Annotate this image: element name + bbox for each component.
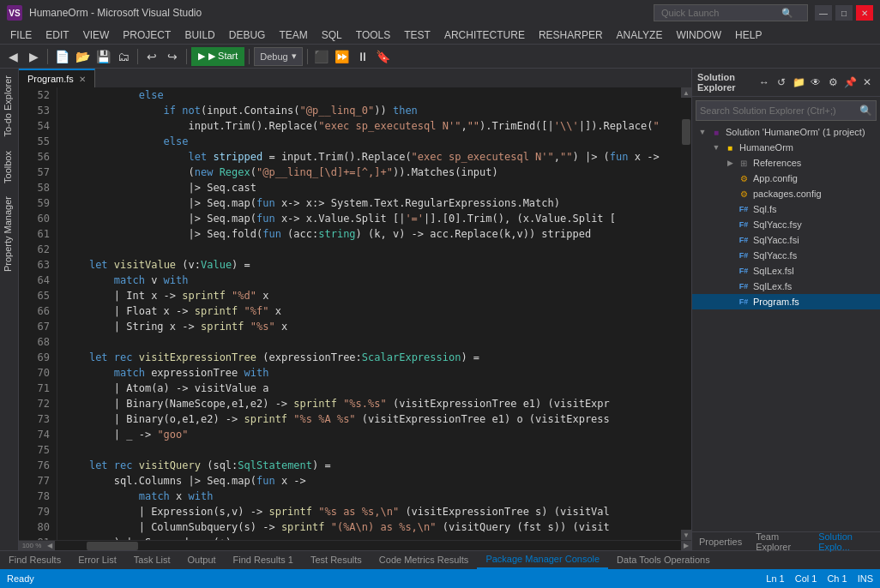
menu-debug[interactable]: DEBUG [222,26,273,45]
sol-refresh-button[interactable]: ↺ [774,75,789,90]
new-file-button[interactable]: 📄 [52,47,71,66]
tab-test-results[interactable]: Test Results [302,550,371,569]
tab-find-results[interactable]: Find Results [0,550,69,569]
h-scroll-thumb[interactable] [87,542,138,550]
status-ready: Ready [7,573,34,584]
code-line-54: input.Trim().Replace("exec sp_executesql… [64,118,674,134]
menu-file[interactable]: FILE [3,26,39,45]
tree-solution[interactable]: ▼ ■ Solution 'HumaneOrm' (1 project) [692,124,880,140]
minimize-button[interactable]: — [815,5,832,21]
tree-sql-fs[interactable]: F# Sql.fs [692,201,880,217]
h-scroll-track[interactable] [55,541,681,551]
vertical-scrollbar[interactable]: ▲ ▼ [681,87,691,540]
tree-sqlyacc-fsi[interactable]: F# SqlYacc.fsi [692,232,880,248]
window-controls: — □ ✕ [815,5,873,21]
project-icon: ■ [723,141,737,154]
save-button[interactable]: 💾 [93,47,112,66]
menu-view[interactable]: VIEW [76,26,117,45]
tab-output[interactable]: Output [179,550,225,569]
tab-properties[interactable]: Properties [692,535,749,549]
tab-package-manager[interactable]: Package Manager Console [477,550,608,569]
app-config-icon: ⚙ [737,171,750,185]
solution-search-input[interactable] [700,105,859,116]
tab-close-icon[interactable]: ✕ [79,75,86,84]
maximize-button[interactable]: □ [835,5,853,21]
sol-sync-button[interactable]: ↔ [756,75,772,90]
menu-team[interactable]: TEAM [272,26,314,45]
scroll-left-arrow[interactable]: ◀ [45,541,55,551]
tab-task-list[interactable]: Task List [125,550,179,569]
open-file-button[interactable]: 📂 [73,47,92,66]
menu-tools[interactable]: TOOLS [349,26,397,45]
zoom-control[interactable]: 100 % [19,541,45,551]
tree-sqllex-fsl[interactable]: F# SqlLex.fsl [692,263,880,279]
scroll-thumb[interactable] [682,119,690,145]
menu-analyze[interactable]: ANALYZE [610,26,670,45]
menu-resharper[interactable]: RESHARPER [532,26,610,45]
solution-search[interactable]: 🔍 [696,100,877,121]
tree-packages-label: packages.config [753,189,822,199]
tab-solution-explorer[interactable]: Solution Explo... [811,530,880,554]
tree-app-config[interactable]: ⚙ App.config [692,171,880,186]
tree-references-label: References [753,158,801,168]
scroll-down-arrow[interactable]: ▼ [681,530,691,540]
back-button[interactable]: ◀ [3,47,22,66]
menu-test[interactable]: TEST [397,26,437,45]
tab-error-list[interactable]: Error List [69,550,125,569]
tab-data-tools[interactable]: Data Tools Operations [608,550,719,569]
tree-packages-config[interactable]: ⚙ packages.config [692,186,880,201]
undo-button[interactable]: ↩ [142,47,161,66]
menu-architecture[interactable]: ARCHITECTURE [437,26,532,45]
code-line-56: let stripped = input.Trim().Replace("exe… [64,149,674,165]
code-line-68 [64,334,674,350]
menu-help[interactable]: HELP [728,26,768,45]
tree-program-fs[interactable]: F# Program.fs [692,294,880,309]
forward-button[interactable]: ▶ [24,47,43,66]
sidebar-tab-toolbox[interactable]: Toolbox [0,144,18,190]
sol-new-folder-button[interactable]: 📁 [791,75,806,90]
toolbar-btn-1[interactable]: ⬛ [312,47,331,66]
code-editor[interactable]: else if not(input.Contains("@p__linq_0")… [57,87,681,540]
sol-pin-button[interactable]: 📌 [842,75,858,90]
toolbar-btn-4[interactable]: 🔖 [374,47,393,66]
toolbar-btn-2[interactable]: ⏩ [333,47,352,66]
tree-references[interactable]: ▶ ⊞ References [692,155,880,171]
sidebar-tab-property-manager[interactable]: Property Manager [0,189,18,279]
sol-close-button[interactable]: ✕ [859,75,875,90]
menu-build[interactable]: BUILD [178,26,221,45]
config-dropdown[interactable]: Debug ▾ [254,47,302,66]
scroll-right-arrow[interactable]: ▶ [681,541,691,551]
redo-button[interactable]: ↪ [163,47,182,66]
horizontal-scrollbar[interactable]: 100 % ◀ ▶ [19,540,691,550]
quick-launch[interactable]: 🔍 [654,4,808,21]
sidebar-tab-todo[interactable]: To-do Explorer [0,69,18,144]
menu-project[interactable]: PROJECT [116,26,178,45]
tab-find-results-1[interactable]: Find Results 1 [225,550,302,569]
toolbar-btn-3[interactable]: ⏸ [353,47,372,66]
menu-sql[interactable]: SQL [315,26,349,45]
menu-edit[interactable]: EDIT [39,26,75,45]
tab-program-fs[interactable]: Program.fs ✕ [19,69,95,87]
tree-project[interactable]: ▼ ■ HumaneOrm [692,140,880,155]
code-line-60: |> Seq.map(fun x-> x.Value.Split [|'='|]… [64,211,674,226]
tab-code-metrics[interactable]: Code Metrics Results [371,550,478,569]
tree-sqlyacc-fsy-label: SqlYacc.fsy [753,219,802,230]
toolbar-separator-2 [137,49,138,64]
code-line-62 [64,242,674,257]
tab-team-explorer[interactable]: Team Explorer [749,530,811,554]
quick-launch-input[interactable] [661,8,781,18]
tree-sqlyacc-fs[interactable]: F# SqlYacc.fs [692,248,880,263]
code-line-64: match v with [64,273,674,288]
close-button[interactable]: ✕ [856,5,873,21]
tree-sqlyacc-fsy[interactable]: F# SqlYacc.fsy [692,217,880,232]
sol-properties-button[interactable]: ⚙ [825,75,841,90]
sol-show-all-button[interactable]: 👁 [808,75,823,90]
scroll-track[interactable] [681,98,691,530]
tree-sqllex-fs[interactable]: F# SqlLex.fs [692,279,880,294]
start-button[interactable]: ▶ ▶ Start [191,47,244,66]
code-line-75 [64,442,674,458]
scroll-up-arrow[interactable]: ▲ [681,87,691,98]
save-all-button[interactable]: 🗂 [114,47,133,66]
menu-window[interactable]: WINDOW [669,26,728,45]
sqllex-fsl-icon: F# [737,264,750,278]
